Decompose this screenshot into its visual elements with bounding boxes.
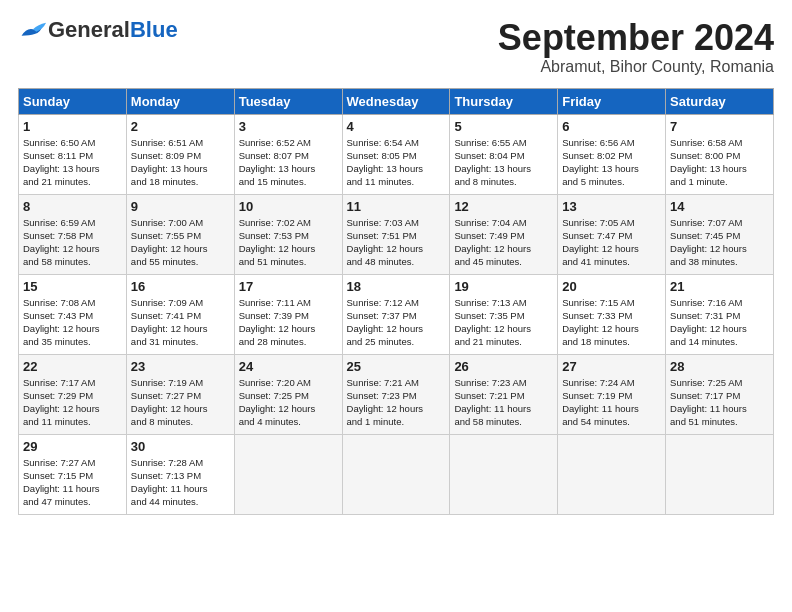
day-info: Sunrise: 7:03 AMSunset: 7:51 PMDaylight:… [347, 217, 424, 268]
day-number: 1 [23, 119, 122, 134]
table-row [558, 434, 666, 514]
table-row: 28Sunrise: 7:25 AMSunset: 7:17 PMDayligh… [666, 354, 774, 434]
calendar-row: 15Sunrise: 7:08 AMSunset: 7:43 PMDayligh… [19, 274, 774, 354]
day-number: 17 [239, 279, 338, 294]
day-number: 2 [131, 119, 230, 134]
day-info: Sunrise: 7:15 AMSunset: 7:33 PMDaylight:… [562, 297, 639, 348]
day-number: 30 [131, 439, 230, 454]
calendar-row: 8Sunrise: 6:59 AMSunset: 7:58 PMDaylight… [19, 194, 774, 274]
day-number: 6 [562, 119, 661, 134]
day-info: Sunrise: 7:02 AMSunset: 7:53 PMDaylight:… [239, 217, 316, 268]
col-tuesday: Tuesday [234, 88, 342, 114]
table-row: 1Sunrise: 6:50 AMSunset: 8:11 PMDaylight… [19, 114, 127, 194]
day-number: 7 [670, 119, 769, 134]
main-container: GeneralBlue September 2024 Abramut, Biho… [0, 0, 792, 525]
table-row: 30Sunrise: 7:28 AMSunset: 7:13 PMDayligh… [126, 434, 234, 514]
table-row: 25Sunrise: 7:21 AMSunset: 7:23 PMDayligh… [342, 354, 450, 434]
day-info: Sunrise: 6:56 AMSunset: 8:02 PMDaylight:… [562, 137, 639, 188]
main-title: September 2024 [498, 18, 774, 58]
calendar-header-row: Sunday Monday Tuesday Wednesday Thursday… [19, 88, 774, 114]
table-row: 7Sunrise: 6:58 AMSunset: 8:00 PMDaylight… [666, 114, 774, 194]
day-number: 5 [454, 119, 553, 134]
day-info: Sunrise: 7:09 AMSunset: 7:41 PMDaylight:… [131, 297, 208, 348]
day-number: 22 [23, 359, 122, 374]
day-info: Sunrise: 7:11 AMSunset: 7:39 PMDaylight:… [239, 297, 316, 348]
col-friday: Friday [558, 88, 666, 114]
day-number: 26 [454, 359, 553, 374]
day-info: Sunrise: 7:16 AMSunset: 7:31 PMDaylight:… [670, 297, 747, 348]
day-number: 27 [562, 359, 661, 374]
day-number: 23 [131, 359, 230, 374]
day-info: Sunrise: 7:20 AMSunset: 7:25 PMDaylight:… [239, 377, 316, 428]
table-row: 27Sunrise: 7:24 AMSunset: 7:19 PMDayligh… [558, 354, 666, 434]
day-info: Sunrise: 6:51 AMSunset: 8:09 PMDaylight:… [131, 137, 208, 188]
day-number: 9 [131, 199, 230, 214]
day-info: Sunrise: 7:04 AMSunset: 7:49 PMDaylight:… [454, 217, 531, 268]
calendar-body: 1Sunrise: 6:50 AMSunset: 8:11 PMDaylight… [19, 114, 774, 514]
day-number: 24 [239, 359, 338, 374]
table-row: 13Sunrise: 7:05 AMSunset: 7:47 PMDayligh… [558, 194, 666, 274]
col-thursday: Thursday [450, 88, 558, 114]
day-info: Sunrise: 6:54 AMSunset: 8:05 PMDaylight:… [347, 137, 424, 188]
table-row: 21Sunrise: 7:16 AMSunset: 7:31 PMDayligh… [666, 274, 774, 354]
table-row: 6Sunrise: 6:56 AMSunset: 8:02 PMDaylight… [558, 114, 666, 194]
day-info: Sunrise: 7:27 AMSunset: 7:15 PMDaylight:… [23, 457, 100, 508]
table-row: 2Sunrise: 6:51 AMSunset: 8:09 PMDaylight… [126, 114, 234, 194]
col-saturday: Saturday [666, 88, 774, 114]
day-info: Sunrise: 7:17 AMSunset: 7:29 PMDaylight:… [23, 377, 100, 428]
sub-title: Abramut, Bihor County, Romania [498, 58, 774, 76]
day-info: Sunrise: 7:08 AMSunset: 7:43 PMDaylight:… [23, 297, 100, 348]
table-row: 17Sunrise: 7:11 AMSunset: 7:39 PMDayligh… [234, 274, 342, 354]
table-row [234, 434, 342, 514]
logo-text: GeneralBlue [48, 18, 178, 42]
title-block: September 2024 Abramut, Bihor County, Ro… [498, 18, 774, 76]
calendar-table: Sunday Monday Tuesday Wednesday Thursday… [18, 88, 774, 515]
col-wednesday: Wednesday [342, 88, 450, 114]
day-number: 16 [131, 279, 230, 294]
day-number: 3 [239, 119, 338, 134]
day-number: 19 [454, 279, 553, 294]
day-info: Sunrise: 7:25 AMSunset: 7:17 PMDaylight:… [670, 377, 747, 428]
table-row [450, 434, 558, 514]
day-number: 18 [347, 279, 446, 294]
logo-icon [18, 21, 48, 39]
table-row: 3Sunrise: 6:52 AMSunset: 8:07 PMDaylight… [234, 114, 342, 194]
day-number: 10 [239, 199, 338, 214]
table-row: 22Sunrise: 7:17 AMSunset: 7:29 PMDayligh… [19, 354, 127, 434]
day-info: Sunrise: 7:13 AMSunset: 7:35 PMDaylight:… [454, 297, 531, 348]
day-number: 29 [23, 439, 122, 454]
table-row: 12Sunrise: 7:04 AMSunset: 7:49 PMDayligh… [450, 194, 558, 274]
day-info: Sunrise: 6:50 AMSunset: 8:11 PMDaylight:… [23, 137, 100, 188]
day-info: Sunrise: 6:58 AMSunset: 8:00 PMDaylight:… [670, 137, 747, 188]
day-number: 11 [347, 199, 446, 214]
day-number: 4 [347, 119, 446, 134]
table-row: 24Sunrise: 7:20 AMSunset: 7:25 PMDayligh… [234, 354, 342, 434]
table-row: 11Sunrise: 7:03 AMSunset: 7:51 PMDayligh… [342, 194, 450, 274]
day-number: 8 [23, 199, 122, 214]
calendar-row: 1Sunrise: 6:50 AMSunset: 8:11 PMDaylight… [19, 114, 774, 194]
day-number: 21 [670, 279, 769, 294]
table-row [666, 434, 774, 514]
day-info: Sunrise: 7:07 AMSunset: 7:45 PMDaylight:… [670, 217, 747, 268]
day-number: 14 [670, 199, 769, 214]
day-info: Sunrise: 7:24 AMSunset: 7:19 PMDaylight:… [562, 377, 639, 428]
day-info: Sunrise: 7:05 AMSunset: 7:47 PMDaylight:… [562, 217, 639, 268]
table-row: 9Sunrise: 7:00 AMSunset: 7:55 PMDaylight… [126, 194, 234, 274]
day-number: 12 [454, 199, 553, 214]
table-row: 29Sunrise: 7:27 AMSunset: 7:15 PMDayligh… [19, 434, 127, 514]
table-row: 26Sunrise: 7:23 AMSunset: 7:21 PMDayligh… [450, 354, 558, 434]
col-sunday: Sunday [19, 88, 127, 114]
calendar-row: 29Sunrise: 7:27 AMSunset: 7:15 PMDayligh… [19, 434, 774, 514]
table-row: 18Sunrise: 7:12 AMSunset: 7:37 PMDayligh… [342, 274, 450, 354]
day-info: Sunrise: 7:28 AMSunset: 7:13 PMDaylight:… [131, 457, 208, 508]
day-info: Sunrise: 7:12 AMSunset: 7:37 PMDaylight:… [347, 297, 424, 348]
day-info: Sunrise: 7:00 AMSunset: 7:55 PMDaylight:… [131, 217, 208, 268]
table-row: 4Sunrise: 6:54 AMSunset: 8:05 PMDaylight… [342, 114, 450, 194]
day-info: Sunrise: 7:19 AMSunset: 7:27 PMDaylight:… [131, 377, 208, 428]
table-row: 20Sunrise: 7:15 AMSunset: 7:33 PMDayligh… [558, 274, 666, 354]
day-number: 13 [562, 199, 661, 214]
table-row: 5Sunrise: 6:55 AMSunset: 8:04 PMDaylight… [450, 114, 558, 194]
calendar-row: 22Sunrise: 7:17 AMSunset: 7:29 PMDayligh… [19, 354, 774, 434]
day-info: Sunrise: 6:59 AMSunset: 7:58 PMDaylight:… [23, 217, 100, 268]
table-row: 10Sunrise: 7:02 AMSunset: 7:53 PMDayligh… [234, 194, 342, 274]
